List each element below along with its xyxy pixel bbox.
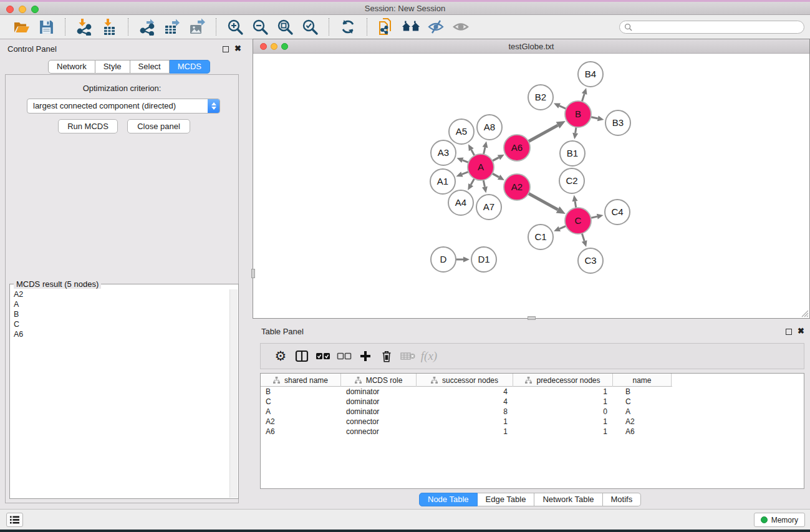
column-header[interactable]: MCDS role: [341, 374, 417, 387]
mcds-result-item[interactable]: A: [11, 299, 229, 309]
tab-mcds[interactable]: MCDS: [170, 60, 210, 74]
zoom-selected-icon[interactable]: [301, 17, 319, 36]
table-cell[interactable]: 1: [513, 417, 613, 427]
table-cell[interactable]: 1: [417, 417, 513, 427]
show-all-icon[interactable]: [451, 17, 470, 36]
tab-network[interactable]: Network: [48, 60, 95, 74]
table-cell[interactable]: 4: [417, 387, 513, 397]
graph-node-D1[interactable]: D1: [471, 247, 496, 272]
table-cell[interactable]: connector: [341, 417, 417, 427]
graph-node-C4[interactable]: C4: [605, 200, 630, 225]
mcds-result-item[interactable]: A2: [11, 289, 229, 299]
graph-node-B3[interactable]: B3: [605, 110, 630, 135]
column-header[interactable]: successor nodes: [417, 374, 513, 387]
delete-table-icon[interactable]: [397, 347, 418, 365]
tab-node-table[interactable]: Node Table: [419, 493, 478, 506]
export-table-icon[interactable]: [163, 17, 181, 36]
mcds-result-item[interactable]: C: [11, 319, 229, 329]
tab-network-table[interactable]: Network Table: [534, 493, 602, 506]
select-all-icon[interactable]: [312, 347, 334, 365]
graph-node-D[interactable]: D: [431, 247, 456, 272]
table-cell[interactable]: dominator: [341, 407, 417, 417]
table-cell[interactable]: 1: [513, 397, 613, 407]
graph-node-A8[interactable]: A8: [477, 115, 502, 140]
tab-select[interactable]: Select: [130, 60, 170, 74]
float-table-panel-icon[interactable]: [786, 329, 792, 335]
graph-node-C2[interactable]: C2: [559, 168, 584, 193]
table-cell[interactable]: 0: [513, 407, 613, 417]
column-header[interactable]: name: [613, 374, 672, 387]
table-cell[interactable]: A2: [613, 417, 672, 427]
new-network-from-selection-icon[interactable]: [377, 17, 395, 36]
table-row[interactable]: A6connector11A6: [261, 427, 804, 437]
memory-button[interactable]: Memory: [754, 513, 805, 527]
table-cell[interactable]: 4: [417, 397, 513, 407]
zoom-fit-icon[interactable]: [276, 17, 294, 36]
first-neighbors-icon[interactable]: [402, 17, 420, 36]
table-row[interactable]: Bdominator41B: [261, 387, 804, 397]
tab-style[interactable]: Style: [95, 60, 130, 74]
show-columns-icon[interactable]: [291, 347, 312, 365]
column-header[interactable]: shared name: [261, 374, 341, 387]
float-panel-icon[interactable]: [223, 46, 229, 52]
column-header[interactable]: predecessor nodes: [513, 374, 613, 387]
node-table[interactable]: shared nameMCDS rolesuccessor nodesprede…: [260, 373, 804, 489]
table-cell[interactable]: A: [613, 407, 672, 417]
graph-node-A3[interactable]: A3: [431, 140, 456, 165]
table-cell[interactable]: C: [613, 397, 672, 407]
graph-node-B[interactable]: B: [565, 101, 591, 127]
resize-grip-icon[interactable]: [800, 309, 809, 317]
zoom-out-icon[interactable]: [251, 17, 269, 36]
table-cell[interactable]: A6: [613, 427, 672, 437]
task-history-button[interactable]: [6, 513, 23, 527]
deselect-all-icon[interactable]: [334, 347, 355, 365]
graph-node-A6[interactable]: A6: [504, 135, 530, 161]
network-graph[interactable]: B4B2BB3A8A5A6A3B1AA1C2A2A4A7C4CC1DD1C3: [253, 54, 809, 318]
import-table-icon[interactable]: [100, 17, 118, 36]
graph-node-A1[interactable]: A1: [430, 169, 455, 194]
table-row[interactable]: Adominator80A: [261, 407, 804, 417]
table-cell[interactable]: C: [261, 397, 341, 407]
table-row[interactable]: Cdominator41C: [261, 397, 804, 407]
graph-node-B4[interactable]: B4: [578, 62, 603, 87]
table-cell[interactable]: 1: [513, 387, 613, 397]
delete-column-icon[interactable]: [376, 347, 397, 365]
network-canvas[interactable]: B4B2BB3A8A5A6A3B1AA1C2A2A4A7C4CC1DD1C3: [253, 54, 809, 318]
table-cell[interactable]: A2: [261, 417, 341, 427]
function-builder-icon[interactable]: f(x): [418, 347, 440, 365]
save-session-icon[interactable]: [37, 17, 55, 36]
mcds-list-scrollbar[interactable]: [229, 289, 238, 498]
table-cell[interactable]: 1: [417, 427, 513, 437]
hide-selected-icon[interactable]: [427, 17, 445, 36]
close-table-panel-icon[interactable]: ✖: [798, 328, 804, 334]
tab-motifs[interactable]: Motifs: [603, 493, 642, 506]
refresh-layout-icon[interactable]: [339, 17, 357, 36]
table-cell[interactable]: dominator: [341, 387, 417, 397]
splitter-handle-bottom[interactable]: [528, 316, 536, 320]
add-column-icon[interactable]: [355, 347, 376, 365]
search-field[interactable]: [619, 21, 804, 34]
import-network-icon[interactable]: [75, 17, 94, 36]
network-window-titlebar[interactable]: testGlobe.txt: [253, 39, 809, 54]
graph-node-C[interactable]: C: [565, 208, 591, 234]
graph-node-C3[interactable]: C3: [578, 248, 603, 273]
graph-node-C1[interactable]: C1: [528, 225, 553, 249]
table-row[interactable]: A2connector11A2: [261, 417, 804, 427]
close-panel-button[interactable]: Close panel: [127, 119, 190, 133]
table-cell[interactable]: A6: [261, 427, 341, 437]
graph-node-B2[interactable]: B2: [528, 85, 553, 110]
run-mcds-button[interactable]: Run MCDS: [58, 119, 118, 133]
table-cell[interactable]: A: [261, 407, 341, 417]
table-cell[interactable]: B: [261, 387, 341, 397]
search-input[interactable]: [632, 22, 804, 32]
table-cell[interactable]: B: [613, 387, 672, 397]
table-cell[interactable]: dominator: [341, 397, 417, 407]
graph-node-A5[interactable]: A5: [449, 119, 474, 144]
graph-node-A7[interactable]: A7: [476, 195, 501, 220]
zoom-in-icon[interactable]: [226, 17, 244, 36]
table-cell[interactable]: 8: [417, 407, 513, 417]
close-panel-icon[interactable]: ✖: [234, 46, 241, 52]
open-session-icon[interactable]: [12, 17, 31, 36]
export-image-icon[interactable]: [188, 17, 206, 36]
graph-node-A2[interactable]: A2: [504, 174, 530, 200]
